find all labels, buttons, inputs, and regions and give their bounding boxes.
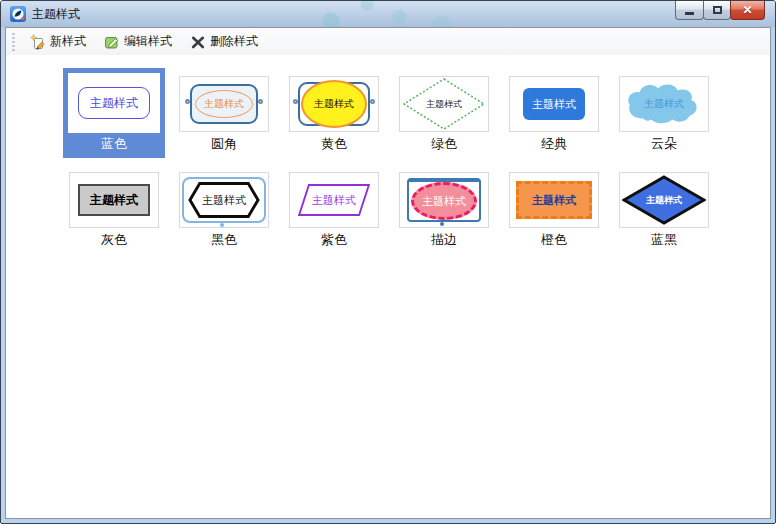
tile-cloud[interactable]: 主题样式 云朵 (613, 68, 715, 160)
preview-text: 主题样式 (204, 97, 244, 111)
tile-green-preview: 主题样式 (399, 76, 489, 132)
bottom-connector-icon (440, 222, 444, 226)
tile-cloud-label: 云朵 (613, 135, 715, 153)
delete-x-icon (190, 34, 206, 50)
preview-text: 主题样式 (90, 192, 138, 209)
tile-orange-label: 橙色 (503, 231, 605, 249)
minimize-icon (685, 12, 694, 15)
tile-classic[interactable]: 主题样式 经典 (503, 68, 605, 160)
green-diamond-shape: 主题样式 (403, 78, 485, 130)
theme-style-window: 主题样式 ✕ 新样式 (0, 0, 776, 524)
edit-style-label: 编辑样式 (124, 33, 172, 50)
left-connector-icon (185, 99, 190, 104)
tile-blue-label: 蓝色 (63, 135, 165, 153)
caption-buttons: ✕ (676, 1, 765, 20)
black-hexagon-frame: 主题样式 (182, 177, 266, 223)
tile-gray-preview: 主题样式 (69, 172, 159, 228)
tile-classic-label: 经典 (503, 135, 605, 153)
tile-rounded-preview: 主题样式 (179, 76, 269, 132)
tile-cloud-preview: 主题样式 (619, 76, 709, 132)
gray-rect-shape: 主题样式 (78, 184, 150, 216)
yellow-frame-shape: 主题样式 (298, 82, 370, 126)
tile-blueblack-preview: 主题样式 (619, 172, 709, 228)
tile-purple-label: 紫色 (283, 231, 385, 249)
yellow-ellipse-shape: 主题样式 (301, 80, 367, 128)
title-bar[interactable]: 主题样式 ✕ (1, 1, 775, 27)
preview-text: 主题样式 (90, 95, 138, 112)
left-connector-icon (293, 99, 298, 104)
tile-gray[interactable]: 主题样式 灰色 (63, 164, 165, 256)
stroke-frame-shape: 主题样式 (407, 178, 481, 222)
tile-blueblack[interactable]: 主题样式 蓝黑 (613, 164, 715, 256)
new-style-button[interactable]: 新样式 (23, 30, 93, 53)
tile-rounded[interactable]: 主题样式 圆角 (173, 68, 275, 160)
close-button[interactable]: ✕ (730, 1, 765, 20)
purple-parallelogram-shape: 主题样式 (298, 184, 370, 216)
edit-style-icon (104, 34, 120, 50)
tile-black[interactable]: 主题样式 黑色 (173, 164, 275, 256)
tile-orange-preview: 主题样式 (509, 172, 599, 228)
tile-classic-preview: 主题样式 (509, 76, 599, 132)
right-connector-icon (370, 99, 375, 104)
tile-purple-preview: 主题样式 (289, 172, 379, 228)
delete-style-label: 删除样式 (210, 33, 258, 50)
tile-orange[interactable]: 主题样式 橙色 (503, 164, 605, 256)
orange-dashed-rect-shape: 主题样式 (516, 181, 592, 219)
tile-yellow-preview: 主题样式 (289, 76, 379, 132)
toolbar: 新样式 编辑样式 删除样式 (6, 28, 770, 55)
minimize-button[interactable] (675, 1, 704, 20)
tile-blue[interactable]: 主题样式 蓝色 (63, 68, 165, 158)
preview-text: 主题样式 (422, 194, 466, 209)
tile-gray-label: 灰色 (63, 231, 165, 249)
client-area: 新样式 编辑样式 删除样式 主题样式 (5, 27, 771, 519)
preview-text: 主题样式 (622, 194, 706, 207)
tile-stroke-label: 描边 (393, 231, 495, 249)
delete-style-button[interactable]: 删除样式 (183, 30, 265, 53)
new-style-icon (30, 34, 46, 50)
blue-black-diamond-shape: 主题样式 (622, 175, 706, 225)
preview-text: 主题样式 (184, 193, 264, 208)
right-connector-icon (258, 99, 263, 104)
blue-rounded-rect-shape: 主题样式 (78, 87, 150, 119)
edit-style-button[interactable]: 编辑样式 (97, 30, 179, 53)
classic-blue-shape: 主题样式 (523, 88, 585, 120)
new-style-label: 新样式 (50, 33, 86, 50)
window-title: 主题样式 (32, 6, 80, 23)
tile-black-preview: 主题样式 (179, 172, 269, 228)
tile-stroke[interactable]: 主题样式 描边 (393, 164, 495, 256)
close-icon: ✕ (742, 2, 752, 19)
preview-text: 主题样式 (532, 97, 576, 112)
bottom-connector-icon (220, 223, 224, 227)
preview-text: 主题样式 (532, 193, 576, 208)
tile-yellow[interactable]: 主题样式 黄色 (283, 68, 385, 160)
tile-blue-preview: 主题样式 (68, 73, 160, 133)
toolbar-gripper[interactable] (12, 33, 15, 51)
preview-text: 主题样式 (314, 97, 354, 111)
tile-black-label: 黑色 (173, 231, 275, 249)
tile-blueblack-label: 蓝黑 (613, 231, 715, 249)
pink-dashed-ellipse-shape: 主题样式 (411, 182, 477, 220)
tile-rounded-label: 圆角 (173, 135, 275, 153)
tile-green-label: 绿色 (393, 135, 495, 153)
orange-ellipse-shape: 主题样式 (195, 90, 253, 118)
tile-purple[interactable]: 主题样式 紫色 (283, 164, 385, 256)
rounded-rect-shape: 主题样式 (190, 84, 258, 124)
app-logo-icon (10, 6, 26, 22)
cloud-shape: 主题样式 (623, 81, 705, 127)
tile-green[interactable]: 主题样式 绿色 (393, 68, 495, 160)
tile-stroke-preview: 主题样式 (399, 172, 489, 228)
tile-yellow-label: 黄色 (283, 135, 385, 153)
preview-text: 主题样式 (312, 193, 356, 208)
preview-text: 主题样式 (403, 98, 485, 111)
preview-text: 主题样式 (623, 97, 705, 111)
maximize-icon (713, 6, 722, 14)
maximize-button[interactable] (703, 1, 731, 20)
